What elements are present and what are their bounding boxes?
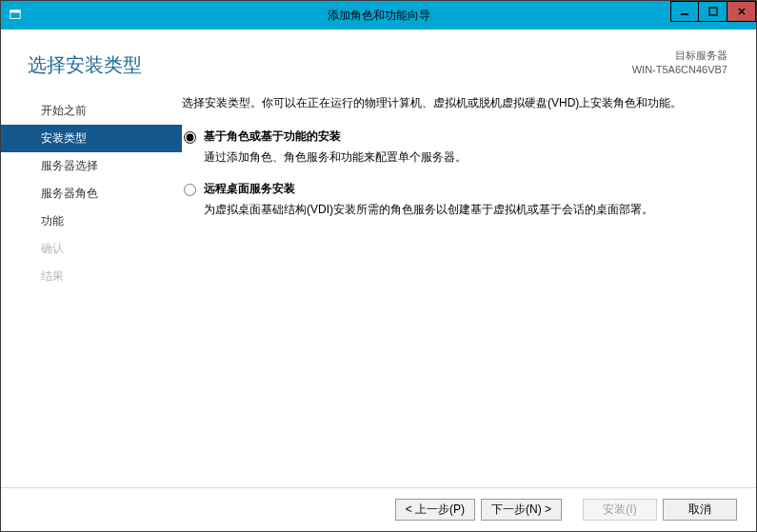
content: 选择安装类型。你可以在正在运行的物理计算机、虚拟机或脱机虚拟硬盘(VHD)上安装… [182, 92, 727, 487]
option-desc: 通过添加角色、角色服务和功能来配置单个服务器。 [204, 150, 467, 164]
radio-role-based[interactable] [184, 131, 196, 144]
wizard-window: 添加角色和功能向导 选择安装类型 目标服务器 WIN-T5A6CN46VB7 开… [0, 0, 757, 532]
header: 选择安装类型 目标服务器 WIN-T5A6CN46VB7 [1, 30, 756, 83]
page-title: 选择安装类型 [28, 52, 142, 78]
back-button[interactable]: < 上一步(P) [395, 499, 475, 521]
nav-results: 结果 [1, 263, 182, 290]
target-label: 目标服务器 [632, 49, 727, 63]
option-remote-desktop[interactable]: 远程桌面服务安装 为虚拟桌面基础结构(VDI)安装所需的角色服务以创建基于虚拟机… [182, 181, 727, 218]
window-controls [670, 1, 756, 22]
next-button[interactable]: 下一步(N) > [481, 499, 562, 521]
target-name: WIN-T5A6CN46VB7 [632, 63, 727, 77]
close-button[interactable] [727, 1, 756, 22]
titlebar: 添加角色和功能向导 [1, 1, 756, 30]
nav-server-selection[interactable]: 服务器选择 [1, 152, 182, 180]
maximize-button[interactable] [699, 1, 727, 22]
nav-features[interactable]: 功能 [1, 207, 182, 235]
svg-rect-1 [10, 10, 21, 13]
nav-server-roles[interactable]: 服务器角色 [1, 180, 182, 207]
svg-rect-3 [709, 8, 717, 15]
option-desc: 为虚拟桌面基础结构(VDI)安装所需的角色服务以创建基于虚拟机或基于会话的桌面部… [204, 203, 653, 216]
option-title: 远程桌面服务安装 [204, 181, 653, 197]
nav-installation-type[interactable]: 安装类型 [1, 125, 182, 152]
minimize-button[interactable] [670, 1, 699, 22]
option-title: 基于角色或基于功能的安装 [204, 128, 467, 145]
instruction-text: 选择安装类型。你可以在正在运行的物理计算机、虚拟机或脱机虚拟硬盘(VHD)上安装… [182, 94, 727, 111]
wizard-body: 选择安装类型 目标服务器 WIN-T5A6CN46VB7 开始之前 安装类型 服… [1, 30, 756, 531]
option-role-based[interactable]: 基于角色或基于功能的安装 通过添加角色、角色服务和功能来配置单个服务器。 [182, 128, 727, 166]
target-info: 目标服务器 WIN-T5A6CN46VB7 [632, 49, 727, 78]
nav-before-you-begin[interactable]: 开始之前 [1, 97, 182, 125]
nav-confirmation: 确认 [1, 235, 182, 263]
system-icon [1, 1, 30, 30]
window-title: 添加角色和功能向导 [1, 8, 756, 24]
layout: 开始之前 安装类型 服务器选择 服务器角色 功能 确认 结果 选择安装类型。你可… [1, 83, 756, 487]
radio-remote-desktop[interactable] [184, 184, 196, 196]
install-button: 安装(I) [583, 499, 657, 521]
cancel-button[interactable]: 取消 [663, 499, 737, 521]
sidebar: 开始之前 安装类型 服务器选择 服务器角色 功能 确认 结果 [1, 92, 182, 487]
button-bar: < 上一步(P) 下一步(N) > 安装(I) 取消 [1, 487, 756, 531]
